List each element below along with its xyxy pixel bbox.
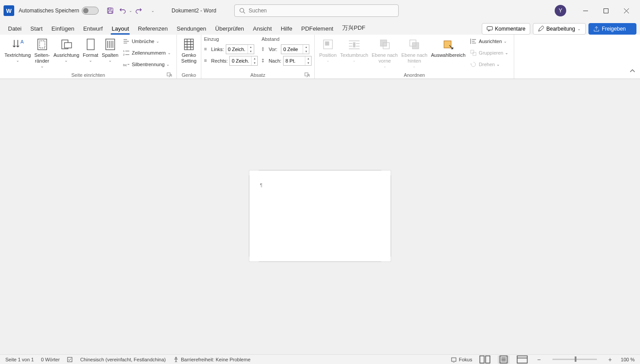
- tab-hilfe[interactable]: Hilfe: [276, 24, 297, 35]
- page-status[interactable]: Seite 1 von 1: [5, 357, 34, 362]
- search-input[interactable]: [249, 8, 394, 14]
- hyphenation-icon: bc: [123, 61, 130, 68]
- title-bar: W Automatisches Speichern ⌄ ⌄ Dokument2 …: [0, 0, 640, 21]
- indent-right-input[interactable]: ▲▼: [229, 56, 258, 66]
- tab-referenzen[interactable]: Referenzen: [133, 24, 172, 35]
- spacing-after-label: ‡Nach:: [261, 58, 281, 64]
- page-setup-launcher[interactable]: [167, 72, 172, 78]
- read-mode-view[interactable]: [479, 356, 491, 364]
- indent-left-icon: ≡: [204, 46, 210, 52]
- group-page-setup: A Textrichtung⌄ Seiten- ränder⌄ Ausricht…: [0, 35, 177, 79]
- editing-mode-button[interactable]: Bearbeitung ⌄: [533, 23, 586, 35]
- text-wrap-icon: [347, 37, 361, 51]
- margins-button[interactable]: Seiten- ränder⌄: [32, 36, 52, 69]
- svg-rect-21: [353, 43, 355, 47]
- zoom-out-button[interactable]: −: [535, 356, 542, 363]
- undo-dropdown[interactable]: ⌄: [129, 8, 132, 13]
- breaks-button[interactable]: Umbrüche⌄: [121, 37, 172, 45]
- save-button[interactable]: [105, 5, 116, 16]
- autosave-toggle[interactable]: [82, 7, 99, 15]
- tab-einfuegen[interactable]: Einfügen: [47, 24, 79, 35]
- text-direction-button[interactable]: A Textrichtung⌄: [3, 36, 32, 63]
- share-button[interactable]: Freigeben ⌄: [588, 23, 636, 35]
- zoom-percent[interactable]: 100 %: [621, 357, 635, 362]
- selection-pane-button[interactable]: Auswahlbereich: [429, 36, 468, 58]
- group-button[interactable]: Gruppieren⌄: [468, 49, 510, 57]
- svg-rect-27: [471, 50, 474, 53]
- spacing-after-icon: ‡: [261, 58, 268, 64]
- comments-button[interactable]: Kommentare: [482, 23, 531, 35]
- tab-wanxing-pdf[interactable]: 万兴PDF: [338, 22, 370, 35]
- web-layout-view[interactable]: [516, 356, 528, 364]
- minimize-button[interactable]: [575, 4, 596, 18]
- send-backward-icon: [407, 37, 421, 51]
- accessibility-status[interactable]: Barrierefreiheit: Keine Probleme: [173, 356, 251, 363]
- tab-pdfelement[interactable]: PDFelement: [297, 24, 338, 35]
- paragraph-group-label: Absatz: [250, 72, 265, 78]
- zoom-slider[interactable]: [552, 359, 597, 360]
- chevron-down-icon: ⌄: [628, 27, 632, 31]
- align-button[interactable]: Ausrichten⌄: [468, 37, 510, 45]
- svg-point-3: [240, 8, 244, 12]
- tab-entwurf[interactable]: Entwurf: [79, 24, 107, 35]
- margin-guide: [249, 257, 259, 262]
- rotate-button[interactable]: Drehen⌄: [468, 60, 510, 68]
- spacing-before-input[interactable]: ▲▼: [281, 44, 309, 54]
- qat-customize[interactable]: ⌄: [148, 5, 158, 16]
- breaks-icon: [123, 38, 130, 45]
- zoom-in-button[interactable]: +: [607, 356, 614, 363]
- text-cursor: ¶: [260, 183, 262, 188]
- svg-rect-32: [480, 356, 484, 363]
- maximize-button[interactable]: [596, 4, 616, 18]
- indent-right-label: ≡Rechts:: [204, 58, 228, 64]
- redo-button[interactable]: [133, 5, 144, 16]
- paragraph-launcher[interactable]: [304, 72, 310, 78]
- tab-start[interactable]: Start: [26, 24, 47, 35]
- tab-sendungen[interactable]: Sendungen: [172, 24, 211, 35]
- word-count[interactable]: 0 Wörter: [41, 357, 60, 362]
- text-wrap-button[interactable]: Textumbruch⌄: [338, 36, 370, 63]
- document-title: Dokument2 - Word: [172, 8, 216, 14]
- undo-button[interactable]: [117, 5, 128, 16]
- orientation-button[interactable]: Ausrichtung⌄: [52, 36, 81, 63]
- document-canvas[interactable]: ¶: [0, 79, 640, 354]
- bring-forward-button[interactable]: Ebene nach vorne⌄: [370, 36, 400, 69]
- user-avatar[interactable]: Y: [555, 5, 566, 16]
- document-page[interactable]: ¶: [249, 170, 391, 262]
- line-numbers-button[interactable]: 12 Zeilennummern⌄: [121, 49, 172, 57]
- ribbon-tabs: Datei Start Einfügen Entwurf Layout Refe…: [0, 21, 640, 35]
- language-status[interactable]: Chinesisch (vereinfacht, Festlandchina): [80, 357, 166, 362]
- chevron-down-icon: ⌄: [577, 27, 581, 31]
- close-button[interactable]: [616, 4, 636, 18]
- svg-rect-26: [444, 41, 451, 48]
- tab-ueberpruefen[interactable]: Überprüfen: [211, 24, 248, 35]
- page-setup-group-label: Seite einrichten: [72, 72, 105, 78]
- size-button[interactable]: Format⌄: [81, 36, 100, 63]
- tab-datei[interactable]: Datei: [4, 24, 26, 35]
- rotate-icon: [470, 61, 477, 68]
- print-layout-view[interactable]: [498, 356, 509, 364]
- tab-layout[interactable]: Layout: [107, 24, 133, 35]
- genko-setting-button[interactable]: Genko Setting: [180, 36, 198, 64]
- collapse-ribbon-button[interactable]: [629, 68, 636, 76]
- share-label: Freigeben: [602, 26, 626, 32]
- bring-forward-icon: [378, 37, 392, 51]
- indent-left-input[interactable]: ▲▼: [226, 44, 254, 54]
- indent-header: Einzug: [204, 36, 258, 42]
- svg-rect-11: [87, 39, 94, 50]
- position-icon: [321, 37, 335, 51]
- position-button[interactable]: Position⌄: [317, 36, 338, 63]
- spacing-after-input[interactable]: ▲▼: [283, 56, 312, 66]
- columns-button[interactable]: Spalten⌄: [100, 36, 120, 63]
- svg-text:1: 1: [123, 50, 125, 52]
- svg-text:A: A: [20, 39, 24, 44]
- tab-ansicht[interactable]: Ansicht: [248, 24, 276, 35]
- genko-icon: [182, 37, 196, 51]
- search-box[interactable]: [234, 4, 399, 17]
- margin-guide: [249, 170, 259, 175]
- hyphenation-button[interactable]: bc Silbentrennung⌄: [121, 60, 172, 68]
- spellcheck-status[interactable]: [67, 356, 73, 363]
- arrange-group-label: Anordnen: [404, 72, 425, 78]
- focus-mode[interactable]: Fokus: [451, 356, 472, 363]
- send-backward-button[interactable]: Ebene nach hinten⌄: [400, 36, 429, 69]
